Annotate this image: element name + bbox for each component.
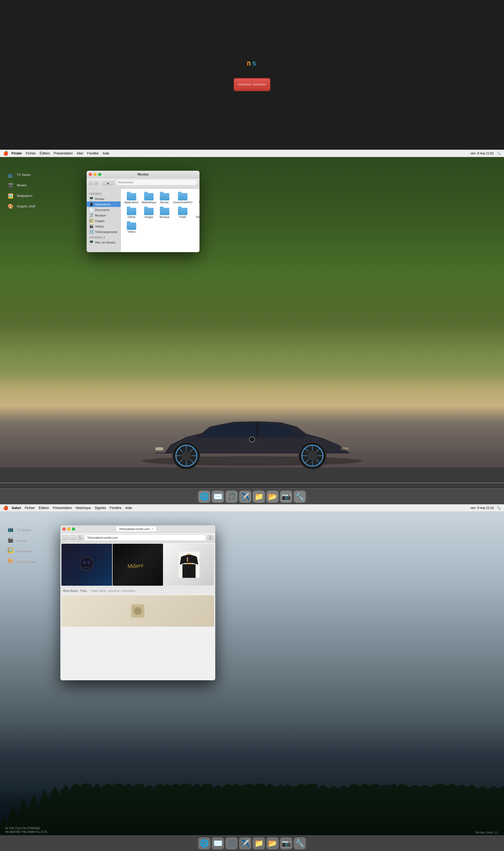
desktop3-icon-wallpapers[interactable]: 🖼️ Wallpapers <box>6 546 35 555</box>
dock-plane-icon[interactable]: ✈️ <box>239 491 251 503</box>
safari-menu-presentation[interactable]: Présentation <box>53 506 72 510</box>
menubar-edition[interactable]: Édition <box>40 151 50 155</box>
finder-file-bureau[interactable]: Bureau <box>158 192 171 205</box>
sidebar-documents[interactable]: 📄 Documents <box>87 207 121 212</box>
wallpapers3-icon: 🖼️ <box>6 546 15 555</box>
sidebar-applications-label: Applications <box>95 203 110 206</box>
close-button[interactable] <box>89 173 92 176</box>
sidebar-applications[interactable]: 📱 Applications <box>87 201 121 207</box>
sidebar-videos-label: Vidéos <box>95 225 104 228</box>
dock-tools-icon[interactable]: 🔧 <box>294 491 306 503</box>
file-icon-applications <box>126 193 137 201</box>
safari-menu-signets[interactable]: Signets <box>94 506 106 510</box>
menubar-aller[interactable]: Aller <box>77 151 84 155</box>
finder-file-musique[interactable]: Musique <box>158 206 171 220</box>
finder-nav: ‹ › ⊞ <box>87 178 199 189</box>
dock-mail-icon[interactable]: ✉️ <box>212 491 224 503</box>
sidebar-musique[interactable]: 🎵 Musique <box>87 212 121 218</box>
safari-menu-aide[interactable]: Aide <box>125 506 132 510</box>
finder-file-public[interactable]: Public <box>172 206 194 220</box>
finder-file-videos[interactable]: Vidéos <box>123 221 140 234</box>
dock-globe-icon[interactable]: 🌐 <box>198 491 210 503</box>
sidebar-images[interactable]: 🖼️ Images <box>87 218 121 224</box>
dock-camera-icon[interactable]: 📷 <box>280 491 292 503</box>
dock3-music-icon[interactable]: 🎵 <box>226 837 237 849</box>
menubar-finder[interactable]: Finder <box>12 151 22 155</box>
tumblr-img-2[interactable]: Mdave <box>113 544 163 586</box>
safari-menu-fenetre[interactable]: Fenêtre <box>110 506 122 510</box>
safari-maximize-button[interactable] <box>72 527 75 531</box>
safari-address-bar[interactable]: 7therealdeal.tumblr.com <box>85 534 206 541</box>
safari-menu-edition[interactable]: Édition <box>39 506 49 510</box>
apple-logo[interactable]: 🍎 <box>3 151 8 156</box>
desktop-sidebar-3: 📺 TV Series 🎬 Movies 🖼️ Wallpapers 🎨 Gra… <box>6 525 35 565</box>
safari-menu-fichier[interactable]: Fichier <box>25 506 35 510</box>
tumblr-img-partial[interactable] <box>61 595 214 627</box>
minimize-button[interactable] <box>93 173 96 176</box>
file-name-images: Images <box>145 216 153 219</box>
tumblr-img-3[interactable] <box>164 544 214 586</box>
dock3-folder-icon[interactable]: 📁 <box>253 837 265 849</box>
desktop-icon-graphic[interactable]: 🎨 Graphic Stuff <box>6 202 35 211</box>
safari-menu-safari[interactable]: Safari <box>12 506 21 510</box>
safari-minimize-button[interactable] <box>67 527 70 531</box>
finder-file-telechargements[interactable]: Téléchargements <box>195 206 199 220</box>
finder-file-documents[interactable]: Documents <box>195 192 199 205</box>
safari-back-button[interactable]: ‹ <box>62 535 68 540</box>
file-icon-images <box>144 207 154 216</box>
dock-music-icon[interactable]: 🎵 <box>226 491 237 503</box>
desktop3-icon-tv[interactable]: 📺 TV Series <box>6 525 35 534</box>
dock3-plane-icon[interactable]: ✈️ <box>239 837 251 849</box>
finder-content: Applications Bibliothèque Bureau CloverG… <box>121 189 199 252</box>
menubar-search-icon[interactable]: 🔍 <box>497 152 501 155</box>
safari-menu-historique[interactable]: Historique <box>76 506 91 510</box>
safari-search-icon[interactable]: 🔍 <box>497 506 501 510</box>
desktop3-icon-graphic[interactable]: 🎨 Graphic Stuff <box>6 557 35 565</box>
finder-file-clovergrowepro[interactable]: CloverGrowePro <box>172 192 194 205</box>
safari-close-button[interactable] <box>62 527 66 531</box>
menubar-aide[interactable]: Aide <box>102 151 109 155</box>
sidebar-imac[interactable]: 🖥️ iMac de Nicolas <box>87 240 121 245</box>
graphic-icon: 🎨 <box>6 202 15 211</box>
menubar-fenetre[interactable]: Fenêtre <box>87 151 99 155</box>
finder-file-github[interactable]: Github <box>123 206 140 220</box>
dock3-mail-icon[interactable]: ✉️ <box>212 837 224 849</box>
safari-menu-button[interactable]: ☰ <box>208 535 213 540</box>
safari-tab-tumblr[interactable]: 7therealdeal.tumblr.com × <box>116 526 157 532</box>
dock3-globe-icon[interactable]: 🌐 <box>198 837 210 849</box>
desktop3-icon-movies[interactable]: 🎬 Movies <box>6 536 35 544</box>
nav-forward-btn[interactable]: › <box>94 181 99 185</box>
finder-file-images[interactable]: Images <box>141 206 157 220</box>
finder-file-bibliotheque[interactable]: Bibliothèque <box>141 192 157 205</box>
dock3-folder2-icon[interactable]: 📂 <box>267 837 278 849</box>
file-name-telechargements: Téléchargements <box>196 216 199 219</box>
dock3-camera-icon[interactable]: 📷 <box>280 837 292 849</box>
dock3-tools-icon[interactable]: 🔧 <box>294 837 306 849</box>
safari-refresh-button[interactable]: ↻ <box>77 535 83 540</box>
view-icon-btn[interactable]: ⊞ <box>102 181 114 185</box>
tumblr-img-1[interactable] <box>61 544 112 586</box>
finder-search-input[interactable] <box>116 179 197 185</box>
desktop-icon-tv[interactable]: 📺 TV Series <box>6 171 35 179</box>
desktop-icon-movies[interactable]: 🎬 Movies <box>6 181 35 190</box>
dock-folder-icon[interactable]: 📁 <box>253 491 265 503</box>
sidebar-telechargements[interactable]: ⬇️ Téléchargements <box>87 229 121 234</box>
finder-dock: 🌐 ✉️ 🎵 ✈️ 📁 📂 📷 🔧 <box>0 489 504 504</box>
menubar-fichier[interactable]: Fichier <box>26 151 36 155</box>
desktop-icon-wallpapers[interactable]: 🖼️ Wallpapers <box>6 192 35 200</box>
sidebar-bureau[interactable]: 🖥️ Bureau <box>87 196 121 201</box>
finder-file-applications[interactable]: Applications <box>123 192 140 205</box>
nav-back-btn[interactable]: ‹ <box>89 181 93 185</box>
safari-forward-button[interactable]: › <box>70 535 76 540</box>
sidebar-videos[interactable]: 🎬 Vidéos <box>87 224 121 229</box>
safari-window: 7therealdeal.tumblr.com × ‹ › ↻ 7thereal… <box>60 525 215 680</box>
graphic-label: Graphic Stuff <box>17 205 35 208</box>
safari-apple-logo[interactable]: 🍎 <box>3 506 8 510</box>
maximize-button[interactable] <box>98 173 101 176</box>
safari-tab-close-icon[interactable]: × <box>152 527 154 531</box>
red-widget[interactable] <box>234 78 270 91</box>
dock-folder2-icon[interactable]: 📂 <box>267 491 278 503</box>
favorites-section-label: FAVORIS <box>87 191 121 196</box>
safari-menubar: 🍎 Safari Fichier Édition Présentation Hi… <box>0 504 504 512</box>
menubar-presentation[interactable]: Présentation <box>54 151 73 155</box>
